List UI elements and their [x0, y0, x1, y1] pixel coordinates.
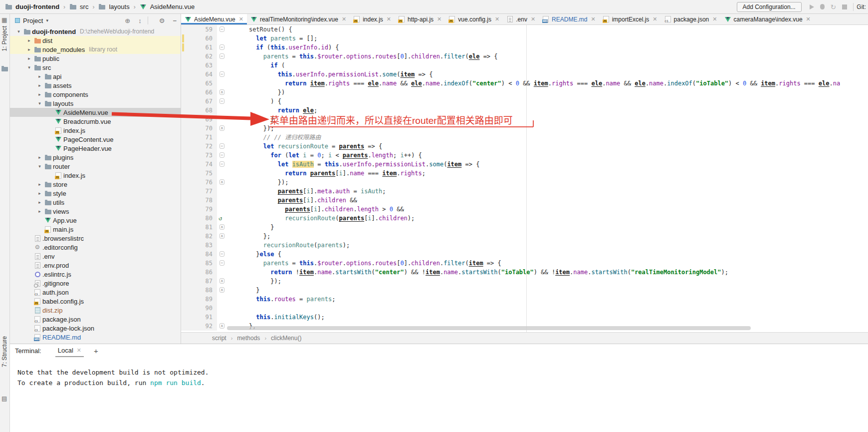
close-icon[interactable]: ✕: [342, 16, 346, 22]
breadcrumb-item[interactable]: layouts: [97, 3, 129, 10]
editor-tab[interactable]: .env✕: [503, 14, 539, 24]
close-icon[interactable]: ✕: [806, 16, 811, 22]
editor-tab[interactable]: index.js✕: [350, 14, 395, 24]
editor-tab[interactable]: cameraManage\index.vue✕: [721, 14, 814, 24]
tree-item[interactable]: main.js: [10, 225, 181, 234]
tree-item[interactable]: ▸node_moduleslibrary root: [10, 45, 181, 54]
terminal-output[interactable]: Note that the development build is not o…: [10, 357, 868, 388]
fold-start-icon[interactable]: −: [219, 152, 224, 158]
breadcrumb-item[interactable]: src: [68, 3, 88, 10]
fold-start-icon[interactable]: −: [219, 44, 224, 50]
breadcrumb-item[interactable]: AsideMenu.vue: [139, 3, 195, 10]
tree-item[interactable]: ▸views: [10, 207, 181, 216]
chevron-collapsed-icon[interactable]: ▸: [25, 38, 33, 43]
editor-tab[interactable]: package.json✕: [661, 14, 721, 24]
terminal-tab-local[interactable]: Local ✕: [55, 344, 84, 357]
structure-mini-icon[interactable]: ▤: [1, 396, 7, 402]
editor-tab[interactable]: vue.config.js✕: [445, 14, 503, 24]
chevron-expanded-icon[interactable]: ▾: [36, 101, 43, 106]
breadcrumb-segment[interactable]: clickMenu(): [271, 335, 301, 342]
chevron-expanded-icon[interactable]: ▾: [36, 164, 43, 169]
close-icon[interactable]: ✕: [437, 16, 441, 22]
close-icon[interactable]: ✕: [591, 16, 595, 22]
fold-end-icon[interactable]: ∧: [219, 278, 224, 284]
fold-start-icon[interactable]: −: [219, 161, 224, 167]
gear-icon[interactable]: ⚙: [159, 17, 165, 24]
chevron-collapsed-icon[interactable]: ▸: [25, 47, 33, 52]
editor-tab[interactable]: README.md✕: [539, 14, 599, 24]
tree-item[interactable]: ▸assets: [10, 81, 181, 90]
close-icon[interactable]: ✕: [77, 347, 81, 354]
fold-end-icon[interactable]: ∧: [219, 125, 224, 131]
tree-item[interactable]: ▸style: [10, 189, 181, 198]
chevron-collapsed-icon[interactable]: ▸: [36, 155, 43, 160]
editor-tab[interactable]: realTimeMonitoring\index.vue✕: [247, 14, 350, 24]
tree-item[interactable]: ▸store: [10, 180, 181, 189]
new-terminal-icon[interactable]: +: [94, 347, 98, 355]
tree-item[interactable]: ▸public: [10, 54, 181, 63]
tree-item[interactable]: README.md: [10, 333, 181, 342]
tree-item[interactable]: PageHeader.vue: [10, 144, 181, 153]
fold-end-icon[interactable]: ∧: [219, 224, 224, 230]
chevron-collapsed-icon[interactable]: ▸: [36, 200, 43, 205]
tree-item[interactable]: package-lock.json: [10, 324, 181, 333]
fold-start-icon[interactable]: −: [219, 251, 224, 257]
code-editor[interactable]: 59− setRoute() {60 let parents = [];61− …: [181, 25, 868, 332]
close-icon[interactable]: ✕: [387, 16, 391, 22]
chevron-expanded-icon[interactable]: ▾: [25, 65, 33, 70]
fold-end-icon[interactable]: ∧: [219, 233, 224, 239]
hide-panel-icon[interactable]: −: [173, 17, 177, 24]
tree-item[interactable]: ▸components: [10, 90, 181, 99]
tree-item[interactable]: package.json: [10, 315, 181, 324]
tree-item[interactable]: App.vue: [10, 216, 181, 225]
tree-item[interactable]: ▾duoji-frontendD:\zheheWeb\duoji-fronten…: [10, 27, 181, 36]
fold-start-icon[interactable]: −: [219, 71, 224, 77]
tree-item[interactable]: auth.json: [10, 288, 181, 297]
project-stripe-button[interactable]: 1: Project: [1, 26, 8, 51]
close-icon[interactable]: ✕: [495, 16, 499, 22]
tree-item[interactable]: ▾layouts: [10, 99, 181, 108]
chevron-collapsed-icon[interactable]: ▸: [36, 209, 43, 214]
tree-item[interactable]: dist.zip: [10, 306, 181, 315]
tree-item[interactable]: .browserslistrc: [10, 234, 181, 243]
horizontal-scrollbar[interactable]: [227, 326, 751, 330]
tree-item[interactable]: AsideMenu.vue: [10, 108, 181, 117]
editor-tab[interactable]: importExcel.js✕: [599, 14, 661, 24]
tree-item[interactable]: ▾src: [10, 63, 181, 72]
stop-icon[interactable]: [842, 4, 847, 9]
breadcrumb-segment[interactable]: script: [212, 335, 226, 342]
chevron-collapsed-icon[interactable]: ▸: [25, 56, 33, 61]
fold-start-icon[interactable]: −: [219, 26, 224, 32]
fold-end-icon[interactable]: ∧: [219, 179, 224, 185]
fold-start-icon[interactable]: −: [219, 98, 224, 104]
tree-item[interactable]: ▸api: [10, 72, 181, 81]
chevron-collapsed-icon[interactable]: ▸: [36, 182, 43, 187]
debug-icon[interactable]: [820, 4, 825, 9]
tree-item[interactable]: babel.config.js: [10, 297, 181, 306]
tree-item[interactable]: .eslintrc.js: [10, 270, 181, 279]
chevron-collapsed-icon[interactable]: ▸: [36, 191, 43, 196]
window-grid-icon[interactable]: ▦: [1, 17, 7, 23]
fold-start-icon[interactable]: −: [219, 53, 224, 59]
chevron-collapsed-icon[interactable]: ▸: [36, 74, 43, 79]
close-icon[interactable]: ✕: [239, 16, 243, 22]
run-with-coverage-icon[interactable]: ↻: [831, 3, 837, 10]
fold-start-icon[interactable]: −: [219, 260, 224, 266]
editor-tab[interactable]: AsideMenu.vue✕: [181, 14, 247, 24]
fold-end-icon[interactable]: ∧: [219, 287, 224, 293]
tree-item[interactable]: .env: [10, 252, 181, 261]
tree-item[interactable]: index.js: [10, 126, 181, 135]
locate-file-icon[interactable]: ⊕: [125, 17, 130, 24]
chevron-collapsed-icon[interactable]: ▸: [36, 83, 43, 88]
fold-start-icon[interactable]: −: [219, 143, 224, 149]
git-label[interactable]: Git:: [857, 3, 866, 10]
tree-item[interactable]: Breadcrumb.vue: [10, 117, 181, 126]
chevron-down-icon[interactable]: ▾: [46, 18, 48, 23]
editor-tab[interactable]: http-api.js✕: [395, 14, 445, 24]
chevron-expanded-icon[interactable]: ▾: [15, 29, 22, 34]
breadcrumb-item[interactable]: duoji-frontend: [4, 3, 59, 10]
project-view-selector[interactable]: Project: [23, 17, 43, 24]
collapse-all-icon[interactable]: ↕: [138, 17, 142, 24]
run-icon[interactable]: [810, 4, 814, 9]
fold-end-icon[interactable]: ∧: [219, 89, 224, 95]
